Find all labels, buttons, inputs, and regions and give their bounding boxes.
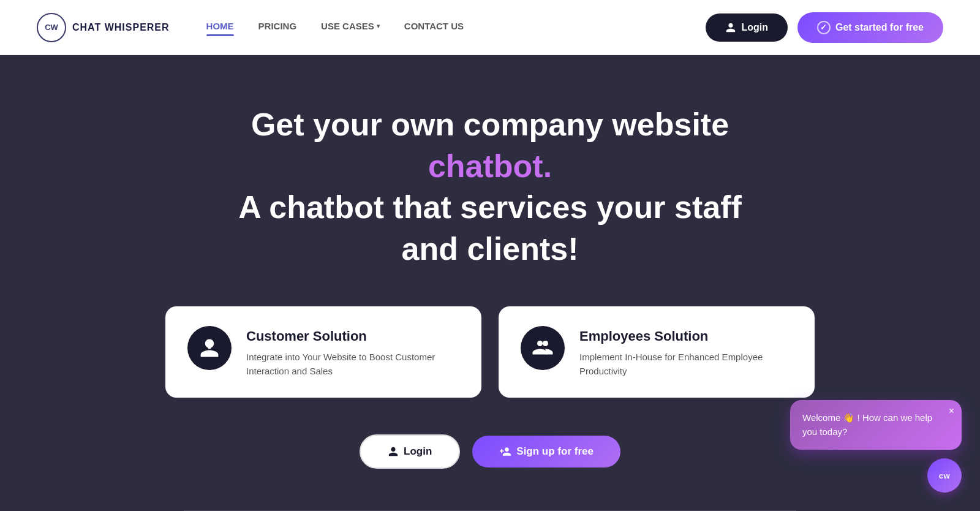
get-started-button[interactable]: ✓ Get started for free [797,12,943,43]
nav-link-home[interactable]: HOME [206,21,234,34]
nav-link-pricing[interactable]: PRICING [258,21,297,34]
customer-icon [198,337,221,359]
customer-icon-wrap [187,326,232,370]
hero-cards: Customer Solution Integrate into Your We… [165,306,815,398]
check-icon: ✓ [817,21,831,34]
employees-card-content: Employees Solution Implement In-House fo… [579,326,793,378]
navbar: CW CHAT WHISPERER HOME PRICING USE CASES… [0,0,980,55]
chat-widget: × Welcome 👋 ! How can we help you today?… [790,400,962,493]
signup-label: Sign up for free [516,445,594,458]
chat-close-button[interactable]: × [949,406,954,416]
customer-card-title: Customer Solution [246,328,459,344]
logo[interactable]: CW CHAT WHISPERER [37,13,170,42]
chat-bubble: × Welcome 👋 ! How can we help you today? [790,400,962,450]
employees-card-title: Employees Solution [579,328,793,344]
login-button[interactable]: Login [706,13,788,42]
person-icon [725,22,736,33]
nav-links: HOME PRICING USE CASES ▾ CONTACT US [206,21,706,34]
customer-card-content: Customer Solution Integrate into Your We… [246,326,459,378]
get-started-label: Get started for free [835,22,924,33]
customer-card-desc: Integrate into Your Website to Boost Cus… [246,350,459,378]
nav-actions: Login ✓ Get started for free [706,12,943,43]
hero-highlight: chatbot. [428,148,552,184]
hero-buttons: Login Sign up for free [360,434,620,469]
hero-login-button[interactable]: Login [360,434,460,469]
nav-link-contact[interactable]: CONTACT US [404,21,464,34]
customer-solution-card[interactable]: Customer Solution Integrate into Your We… [165,306,481,398]
hero-login-icon [388,446,399,457]
chat-bubble-text: Welcome 👋 ! How can we help you today? [802,412,932,437]
signup-button[interactable]: Sign up for free [472,436,620,467]
chat-avatar-button[interactable]: cw [927,458,962,493]
employees-card-desc: Implement In-House for Enhanced Employee… [579,350,793,378]
hero-title: Get your own company website chatbot.A c… [214,104,766,270]
svg-point-2 [543,341,548,346]
login-label: Login [741,22,768,33]
employees-solution-card[interactable]: Employees Solution Implement In-House fo… [499,306,815,398]
employees-icon-wrap [521,326,565,370]
signup-icon [499,445,511,458]
hero-login-label: Login [404,445,432,458]
svg-rect-0 [208,346,211,349]
logo-icon: CW [37,13,66,42]
brand-name: CHAT WHISPERER [72,21,170,33]
nav-link-use-cases[interactable]: USE CASES ▾ [321,21,380,34]
employees-icon [532,337,554,359]
svg-point-1 [537,341,543,346]
dropdown-arrow-icon: ▾ [377,23,380,29]
